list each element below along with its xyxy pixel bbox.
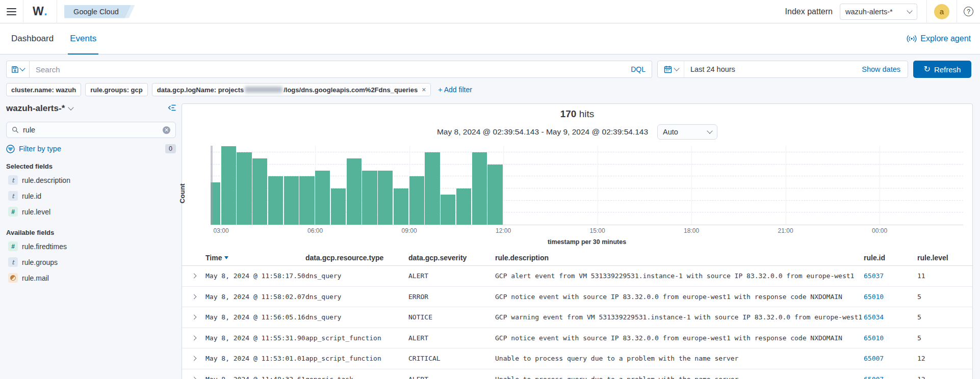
refresh-button[interactable]: ↻ Refresh (913, 61, 971, 78)
histogram-bar[interactable] (347, 158, 362, 225)
cell-rule-level: 5 (917, 313, 972, 321)
expand-row-button[interactable] (182, 357, 205, 360)
histogram-bar[interactable] (394, 188, 408, 225)
rule-id-link[interactable]: 65034 (864, 313, 884, 321)
help-button[interactable]: ? (957, 0, 980, 23)
histogram-bar[interactable] (268, 176, 283, 225)
top-bar: W. Google Cloud Index pattern wazuh-aler… (0, 0, 980, 23)
logo-dot: . (44, 5, 47, 18)
index-pattern-select[interactable]: wazuh-alerts-* (840, 4, 917, 20)
field-item-rule-firedtimes[interactable]: # rule.firedtimes (6, 238, 176, 254)
number-field-icon: # (8, 241, 18, 251)
search-bar: DQL (30, 61, 652, 78)
search-input[interactable] (36, 65, 626, 74)
cell-rule-description: GCP alert event from VM 531339229531.ins… (495, 272, 864, 280)
field-item-rule-groups[interactable]: t rule.groups (6, 254, 176, 270)
wazuh-logo[interactable]: W. (23, 0, 57, 23)
field-name: rule.firedtimes (22, 242, 67, 251)
remove-filter-icon[interactable]: × (422, 86, 426, 94)
chart-date-range: May 8, 2024 @ 02:39:54.143 - May 9, 2024… (437, 127, 648, 137)
x-tick-label: 03:00 (214, 227, 229, 234)
rule-id-link[interactable]: 65010 (864, 293, 884, 301)
gridline (880, 146, 880, 225)
histogram-bar[interactable] (456, 188, 471, 225)
expand-row-button[interactable] (182, 336, 205, 340)
histogram-bar[interactable] (487, 165, 502, 225)
field-item-rule-level[interactable]: # rule.level (6, 204, 176, 220)
histogram-plot-area[interactable]: 024681012 (211, 146, 963, 225)
filter-pill-logname[interactable]: data.gcp.logName: projects /logs/dns.goo… (152, 83, 431, 96)
table-row: May 8, 2024 @ 11:56:05.164dns_queryNOTIC… (182, 307, 972, 328)
histogram-bar[interactable] (284, 176, 299, 225)
expand-row-button[interactable] (182, 274, 205, 278)
filter-by-type-button[interactable]: Filter by type 0 (6, 144, 176, 153)
histogram-bar[interactable] (221, 146, 236, 225)
filter-bar: cluster.name: wazuh rule.groups: gcp dat… (6, 83, 472, 96)
histogram-bar[interactable] (252, 158, 267, 225)
cell-time: May 8, 2024 @ 11:58:02.073 (205, 293, 305, 301)
field-search-bar: ✕ (6, 122, 176, 138)
histogram-bar[interactable] (237, 152, 251, 225)
cell-severity: ALERT (408, 334, 495, 342)
cell-rule-description: GCP notice event with source IP 83.32.0.… (495, 334, 864, 342)
rule-id-link[interactable]: 65007 (864, 355, 884, 362)
cell-rule-description: GCP warning event from VM 531339229531.i… (495, 313, 864, 321)
field-search-input[interactable] (23, 126, 163, 134)
tab-dashboard[interactable]: Dashboard (6, 23, 59, 55)
column-header-rule-level[interactable]: rule.level (917, 254, 972, 262)
saved-queries-button[interactable] (6, 61, 30, 78)
interval-select[interactable]: Auto (657, 124, 717, 140)
histogram-bar[interactable] (425, 152, 440, 225)
clear-search-icon[interactable]: ✕ (163, 126, 170, 134)
column-header-resource-type[interactable]: data.gcp.resource.type (305, 254, 408, 262)
gridline (691, 146, 692, 225)
histogram-bar[interactable] (409, 176, 424, 225)
histogram-bar[interactable] (441, 195, 455, 225)
expand-row-button[interactable] (182, 315, 205, 319)
tab-events[interactable]: Events (65, 23, 101, 55)
column-header-severity[interactable]: data.gcp.severity (408, 254, 495, 262)
breadcrumb-google-cloud[interactable]: Google Cloud (64, 5, 131, 18)
rule-id-link[interactable]: 65037 (864, 272, 884, 280)
x-axis-labels: 03:0006:0009:0012:0015:0018:0021:0000:00 (211, 227, 963, 236)
gridline (503, 146, 504, 225)
selected-fields-heading: Selected fields (6, 163, 176, 170)
rule-id-link[interactable]: 65007 (864, 375, 884, 379)
histogram-bar[interactable] (472, 152, 487, 225)
explore-agent-link[interactable]: Explore agent (907, 34, 971, 43)
histogram-bar[interactable] (378, 171, 393, 225)
cell-resource-type: app_script_function (305, 355, 408, 362)
rule-id-link[interactable]: 65010 (864, 334, 884, 342)
time-range-value[interactable]: Last 24 hours (684, 65, 862, 73)
table-row: May 8, 2024 @ 11:53:01.012app_script_fun… (182, 348, 972, 369)
histogram-bar[interactable] (331, 188, 346, 225)
collapse-sidebar-button[interactable] (167, 104, 176, 114)
expand-row-button[interactable] (182, 295, 205, 299)
date-picker: Last 24 hours Show dates (657, 61, 908, 78)
table-row: May 8, 2024 @ 11:58:02.073dns_queryERROR… (182, 287, 972, 308)
histogram-bar[interactable] (315, 171, 330, 225)
field-item-rule-id[interactable]: t rule.id (6, 188, 176, 204)
selected-fields-list: t rule.description t rule.id # rule.leve… (6, 172, 176, 220)
hamburger-menu-button[interactable] (0, 0, 23, 23)
avatar[interactable]: a (934, 4, 949, 19)
results-table: Time data.gcp.resource.type data.gcp.sev… (182, 250, 972, 379)
calendar-dropdown-button[interactable] (658, 61, 684, 77)
dql-toggle[interactable]: DQL (626, 65, 646, 73)
chevron-down-icon (19, 65, 25, 71)
field-item-rule-mail[interactable]: rule.mail (6, 270, 176, 286)
add-filter-link[interactable]: + Add filter (438, 86, 472, 94)
string-field-icon: t (8, 191, 18, 201)
sidebar-index-pattern-switcher[interactable]: wazuh-alerts-* (6, 103, 73, 114)
column-header-rule-description[interactable]: rule.description (495, 254, 864, 262)
histogram-bar[interactable] (362, 171, 377, 225)
filter-pill-rule-groups[interactable]: rule.groups: gcp (85, 83, 148, 96)
column-header-time[interactable]: Time (205, 254, 305, 262)
fields-sidebar: wazuh-alerts-* ✕ Filter by (6, 103, 176, 286)
column-header-rule-id[interactable]: rule.id (864, 254, 917, 262)
show-dates-link[interactable]: Show dates (862, 65, 908, 73)
filter-pill-cluster-name[interactable]: cluster.name: wazuh (6, 83, 81, 96)
field-item-rule-description[interactable]: t rule.description (6, 172, 176, 188)
table-row: May 8, 2024 @ 11:48:32.614generic_taskAL… (182, 369, 972, 379)
histogram-bar[interactable] (299, 176, 314, 225)
